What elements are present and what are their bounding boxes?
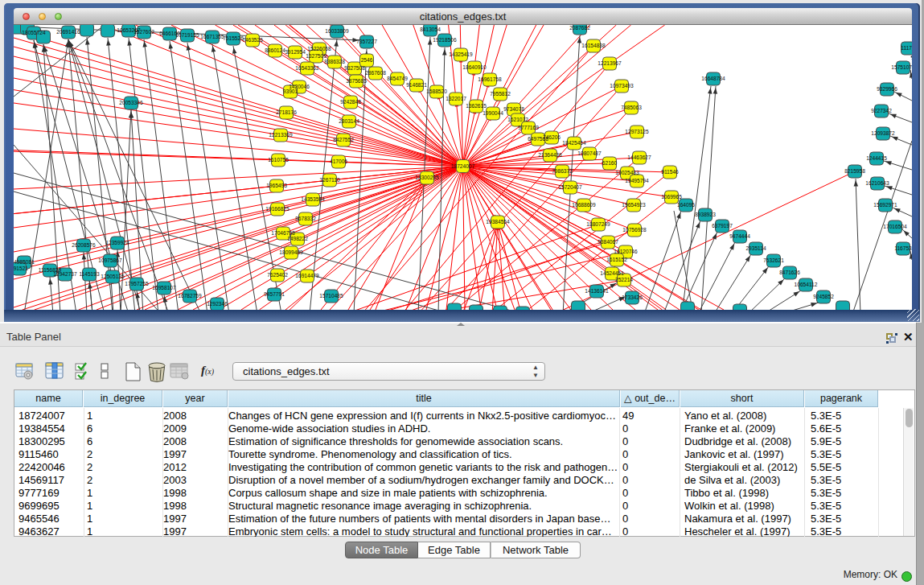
svg-text:21364436: 21364436 <box>538 152 562 158</box>
svg-text:2718176: 2718176 <box>276 109 297 115</box>
svg-text:1965493: 1965493 <box>266 183 287 188</box>
svg-text:16671355: 16671355 <box>200 34 224 39</box>
svg-text:1292346: 1292346 <box>207 301 228 307</box>
svg-text:12973125: 12973125 <box>625 129 649 134</box>
svg-text:16782759: 16782759 <box>178 293 202 299</box>
svg-text:16958107: 16958107 <box>152 285 176 290</box>
svg-text:14325419: 14325419 <box>449 51 473 57</box>
svg-text:16154838: 16154838 <box>581 43 606 48</box>
svg-text:116753: 116753 <box>894 245 912 251</box>
svg-text:26208576: 26208576 <box>72 242 96 248</box>
svg-text:10688609: 10688609 <box>572 202 596 208</box>
svg-text:9227342: 9227342 <box>871 108 892 113</box>
svg-text:14136141: 14136141 <box>585 288 609 294</box>
svg-text:8454749: 8454749 <box>387 76 408 81</box>
svg-text:16033809: 16033809 <box>325 28 349 34</box>
svg-text:3875685: 3875685 <box>346 78 367 84</box>
svg-text:2867608: 2867608 <box>365 70 386 76</box>
svg-text:9242848: 9242848 <box>340 99 361 105</box>
svg-text:18724007: 18724007 <box>451 163 475 169</box>
svg-text:7463526: 7463526 <box>242 37 263 43</box>
svg-text:1069965: 1069965 <box>661 194 682 200</box>
svg-text:8427552: 8427552 <box>333 137 354 142</box>
svg-text:10807487: 10807487 <box>577 150 602 156</box>
svg-text:7515526: 7515526 <box>223 35 244 41</box>
svg-text:8678332: 8678332 <box>295 216 316 221</box>
svg-text:14353594: 14353594 <box>301 196 325 202</box>
svg-text:16648784: 16648784 <box>701 76 725 81</box>
svg-text:7632621: 7632621 <box>763 257 784 263</box>
svg-text:1322017: 1322017 <box>446 96 466 101</box>
svg-text:16210643: 16210643 <box>865 180 889 186</box>
svg-text:15720407: 15720407 <box>558 184 582 190</box>
svg-text:17046798: 17046798 <box>271 230 295 236</box>
svg-text:9777169: 9777169 <box>518 125 539 130</box>
svg-text:8938923: 8938923 <box>695 212 716 217</box>
svg-text:8471626: 8471626 <box>779 270 800 275</box>
svg-text:9245852: 9245852 <box>813 294 834 299</box>
svg-text:7625402: 7625402 <box>267 272 288 278</box>
svg-text:15692971: 15692971 <box>873 202 897 208</box>
svg-text:7955812: 7955812 <box>490 91 511 97</box>
svg-text:9146821: 9146821 <box>406 82 427 88</box>
svg-text:10975867: 10975867 <box>98 257 122 263</box>
svg-text:2546: 2546 <box>361 57 373 63</box>
svg-text:20691416: 20691416 <box>56 29 80 35</box>
svg-text:6379197: 6379197 <box>712 223 733 229</box>
svg-text:19218506: 19218506 <box>433 37 457 43</box>
svg-text:62160: 62160 <box>602 160 618 166</box>
svg-text:18807249: 18807249 <box>586 221 610 227</box>
svg-text:16120746: 16120746 <box>614 249 638 254</box>
svg-text:15710485: 15710485 <box>319 293 343 299</box>
svg-text:10756928: 10756928 <box>622 227 647 233</box>
svg-text:11172: 11172 <box>901 45 912 51</box>
svg-text:15226058: 15226058 <box>307 46 331 51</box>
svg-text:1244415: 1244415 <box>866 155 887 161</box>
svg-text:16961758: 16961758 <box>478 76 502 82</box>
svg-text:12359924: 12359924 <box>105 240 129 245</box>
svg-text:17016504: 17016504 <box>883 224 907 229</box>
svg-text:9329966: 9329966 <box>877 86 897 92</box>
svg-text:12505135: 12505135 <box>101 274 125 279</box>
svg-text:18640910: 18640910 <box>462 64 487 70</box>
svg-text:7485063: 7485063 <box>621 105 642 110</box>
svg-text:2803144: 2803144 <box>339 118 359 124</box>
svg-text:18099489: 18099489 <box>279 249 303 255</box>
svg-text:9734078: 9734078 <box>503 106 524 112</box>
svg-text:164095: 164095 <box>677 202 695 208</box>
svg-text:10025433: 10025433 <box>615 170 639 175</box>
svg-text:746206: 746206 <box>543 134 561 140</box>
svg-text:19495794: 19495794 <box>625 178 649 183</box>
svg-text:1615152: 1615152 <box>606 257 627 262</box>
svg-text:18300295: 18300295 <box>415 175 439 180</box>
svg-text:8386328: 8386328 <box>324 59 345 64</box>
svg-text:17957255: 17957255 <box>125 281 149 286</box>
svg-text:15751074: 15751074 <box>891 64 912 70</box>
svg-text:10719155: 10719155 <box>175 32 199 38</box>
svg-text:1362615: 1362615 <box>466 103 487 109</box>
svg-text:9457791: 9457791 <box>264 291 285 297</box>
svg-text:19384554: 19384554 <box>486 219 510 225</box>
svg-text:9474444: 9474444 <box>729 233 750 239</box>
svg-text:1610755: 1610755 <box>268 157 289 163</box>
svg-text:252214: 252214 <box>615 277 633 282</box>
svg-text:16543362: 16543362 <box>295 65 319 71</box>
svg-text:417006: 417006 <box>330 159 347 164</box>
svg-text:12213369: 12213369 <box>269 132 293 138</box>
svg-text:9384067: 9384067 <box>598 239 618 245</box>
svg-text:1498222: 1498222 <box>287 236 308 241</box>
svg-text:7357227: 7357227 <box>356 39 377 44</box>
svg-text:16914479: 16914479 <box>295 273 319 278</box>
svg-text:1621072: 1621072 <box>507 117 528 122</box>
svg-text:93901: 93901 <box>283 89 298 94</box>
svg-text:7986372: 7986372 <box>552 168 573 174</box>
svg-text:12213967: 12213967 <box>598 60 622 66</box>
svg-text:1588520: 1588520 <box>426 89 447 94</box>
svg-text:1733426: 1733426 <box>622 295 643 300</box>
svg-text:8860124: 8860124 <box>265 47 285 53</box>
svg-text:9327508: 9327508 <box>344 65 365 71</box>
svg-text:12093872: 12093872 <box>871 130 895 136</box>
svg-text:19654923: 19654923 <box>622 202 646 208</box>
svg-text:2935114: 2935114 <box>745 245 766 251</box>
svg-text:1990044: 1990044 <box>483 110 503 116</box>
